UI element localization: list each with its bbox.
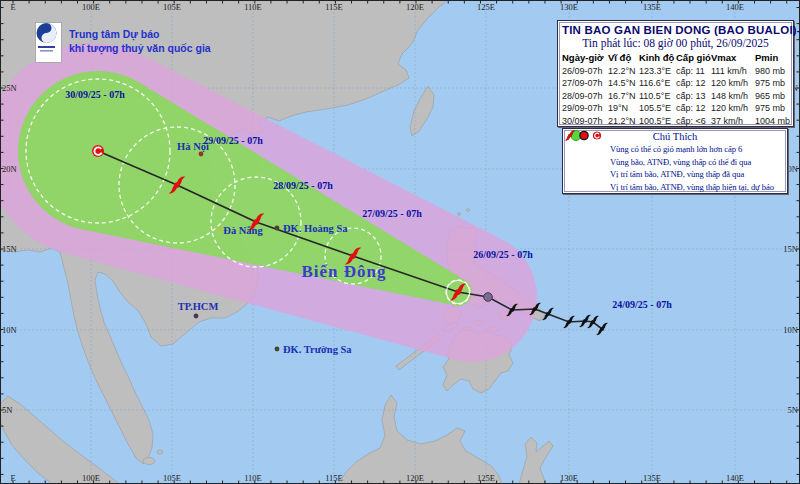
emblem-graphic: [35, 22, 58, 56]
forecast-cell: 21.2°N: [608, 115, 639, 128]
col-header-5: Pmin: [755, 52, 789, 65]
lon-label-bottom: 140E: [726, 473, 744, 483]
typhoon-eye: [253, 219, 259, 225]
typhoon-eye: [350, 253, 356, 259]
island-riau: [143, 458, 155, 465]
forecast-table: Ngày-giờVĩ độKinh độCấp gióVmaxPmin 26/0…: [562, 52, 789, 127]
lon-label-bottom: 100E: [82, 473, 100, 483]
lon-label-top: 120E: [406, 2, 424, 12]
col-header-1: Vĩ độ: [608, 52, 639, 65]
city-dot: [275, 347, 280, 352]
forecast-cell: 975 mb: [755, 102, 789, 115]
typhoon-symbol: [565, 131, 575, 141]
lon-label-top: 100E: [82, 2, 100, 12]
track-date-label: 28/09/25 - 07h: [273, 180, 333, 191]
legend-rows: Vùng có thể có gió mạnh lớn hơn cấp 6Vùn…: [566, 143, 784, 193]
forecast-cell: cấp: 12: [676, 77, 711, 90]
col-header-3: Cấp gió: [676, 52, 711, 65]
forecast-cell: cấp: 12: [676, 102, 711, 115]
lat-label-left: 15N: [2, 244, 17, 254]
lat-label-left: 5N: [2, 405, 12, 415]
legend-box: Chú Thích Vùng có thể có gió mạnh lớn hơ…: [562, 128, 788, 194]
place-label: Hà Nội: [177, 141, 209, 152]
lon-label-top: 115E: [325, 2, 343, 12]
forecast-cell: 28/09-07h: [562, 90, 608, 103]
forecast-row: 29/09-07h19°N105.5°Ecấp: 12120 km/h975 m…: [562, 102, 789, 115]
island-riau-2: [157, 450, 163, 454]
typhoon-eye: [174, 182, 180, 188]
agency-name-line2: khí tượng thuỷ văn quốc gia: [69, 41, 211, 55]
lon-label-bottom: 135E: [643, 473, 661, 483]
forecast-cell: 37 km/h: [711, 115, 755, 128]
bulletin-title: TIN BAO GAN BIEN DONG (BAO BUALOI)-: [562, 24, 789, 36]
lat-label-right: 10N: [783, 325, 798, 335]
lon-label-bottom: 120E: [406, 473, 424, 483]
lat-label-left: 20N: [2, 164, 17, 174]
forecast-cell: 30/09-07h: [562, 115, 608, 128]
agency-name: Trung tâm Dự báo khí tượng thuỷ văn quốc…: [69, 27, 211, 55]
lon-label-top: 140E: [726, 2, 744, 12]
forecast-cell: 980 mb: [755, 65, 789, 78]
forecast-cell: 26/09-07h: [562, 65, 608, 78]
track-date-label: 27/09/25 - 07h: [362, 208, 422, 219]
legend-item-label: Vị trí tâm bão, ATNĐ, vùng thấp đã qua: [610, 169, 744, 179]
legend-item-label: Vị trí tâm bão, ATNĐ, vùng thấp hiện tại…: [610, 182, 774, 192]
forecast-cell: 1004 mb: [755, 115, 789, 128]
forecast-cell: 111 km/h: [711, 65, 755, 78]
forecast-cell: 105.5°E: [639, 102, 676, 115]
forecast-cell: 975 mb: [755, 77, 789, 90]
agency-name-line1: Trung tâm Dự báo: [69, 27, 211, 41]
forecast-cell: 120 km/h: [711, 102, 755, 115]
col-header-2: Kinh độ: [639, 52, 676, 65]
forecast-row: 30/09-07h21.2°N100.5°Ecấp: <637 km/h1004…: [562, 115, 789, 128]
lat-label-right: 5N: [788, 405, 798, 415]
typhoon-eye: [583, 319, 587, 323]
lon-label-top: 135E: [643, 2, 661, 12]
place-label: Đà Nẵng: [223, 225, 263, 236]
legend-item: Vị trí tâm bão, ATNĐ, vùng thấp đã qua: [566, 168, 784, 181]
lon-label-top: 125E: [477, 2, 495, 12]
island-babuyan-1: [458, 213, 461, 216]
track-date-label: 30/09/25 - 07h: [65, 89, 125, 100]
lon-label-bottom: 115E: [325, 473, 343, 483]
agency-emblem: [35, 22, 62, 63]
legend-item: Vùng bão, ATNĐ, vùng thấp có thể đi qua: [566, 156, 784, 169]
typhoon-eye: [591, 320, 595, 324]
forecast-cell: 120 km/h: [711, 77, 755, 90]
legend-item: Vùng có thể có gió mạnh lớn hơn cấp 6: [566, 143, 784, 156]
forecast-cell: 27/09-07h: [562, 77, 608, 90]
city-dot: [194, 314, 199, 319]
lon-label-bottom: 130E: [560, 473, 578, 483]
typhoon-track-map: 30/09/25 - 07h29/09/25 - 07h28/09/25 - 0…: [0, 0, 800, 484]
forecast-row: 27/09-07h14.5°N116.6°Ecấp: 12120 km/h975…: [562, 77, 789, 90]
forecast-cell: cấp: <6: [676, 115, 711, 128]
typhoon-eye: [510, 308, 514, 312]
place-label: TP.HCM: [178, 301, 219, 312]
lon-label-top: E: [10, 2, 15, 12]
lon-label-top: 105E: [163, 2, 181, 12]
legend-item-label: Vùng bão, ATNĐ, vùng thấp có thể đi qua: [610, 157, 751, 167]
storm-info-box: TIN BAO GAN BIEN DONG (BAO BUALOI)- Tin …: [557, 20, 794, 127]
place-label: ĐK. Hoàng Sa: [283, 223, 348, 234]
forecast-table-body: 26/09-07h12.2°N123.3°Ecấp: 11111 km/h980…: [562, 65, 789, 128]
forecast-symbols-glyph: [563, 129, 607, 142]
lon-label-bottom: 105E: [163, 473, 181, 483]
lon-label-bottom: E: [10, 473, 15, 483]
typhoon-eye: [533, 307, 537, 311]
filled-circle-symbol: [580, 132, 587, 139]
col-header-0: Ngày-giờ: [562, 52, 608, 65]
forecast-cell: 29/09-07h: [562, 102, 608, 115]
forecast-cell: 123.3°E: [639, 65, 676, 78]
forecast-cell: 19°N: [608, 102, 639, 115]
forecast-cell: 148 km/h: [711, 90, 755, 103]
forecast-row: 26/09-07h12.2°N123.3°Ecấp: 11111 km/h980…: [562, 65, 789, 78]
forecast-table-header: Ngày-giờVĩ độKinh độCấp gióVmaxPmin: [562, 52, 789, 65]
lat-label-left: 10N: [2, 325, 17, 335]
track-date-label: 26/09/25 - 07h: [473, 249, 533, 260]
agency-logo: Trung tâm Dự báo khí tượng thuỷ văn quốc…: [35, 22, 211, 63]
legend-item: Vị trí tâm bão, ATNĐ, vùng thấp hiện tại…: [566, 181, 784, 194]
lon-label-bottom: 125E: [477, 473, 495, 483]
low-pressure-symbol: [593, 132, 601, 140]
forecast-cell: 12.2°N: [608, 65, 639, 78]
track-date-label: 24/09/25 - 07h: [612, 299, 672, 310]
